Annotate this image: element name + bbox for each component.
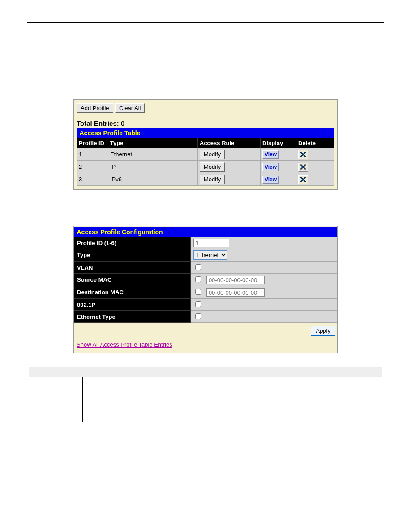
label-dst-mac: Destination MAC [74, 286, 191, 299]
config-title: Access Profile Configuration [74, 227, 337, 237]
table-title: Access Profile Table [77, 128, 334, 138]
param-cell [29, 386, 83, 422]
show-all-link[interactable]: Show All Access Profile Table Entries [77, 341, 172, 348]
modify-button[interactable]: Modify [200, 162, 225, 172]
vlan-checkbox[interactable] [195, 264, 201, 270]
delete-button[interactable] [298, 163, 308, 172]
cell-type: IPv6 [108, 173, 198, 186]
dst-mac-input[interactable] [206, 288, 265, 297]
label-vlan: VLAN [74, 262, 191, 274]
view-button[interactable]: View [262, 176, 279, 184]
modify-button[interactable]: Modify [200, 150, 225, 159]
parameter-table [29, 367, 382, 422]
col-display: Display [261, 138, 296, 148]
cell-type: Ethernet [108, 148, 198, 161]
access-profile-table: Access Profile Table Profile ID Type Acc… [77, 128, 334, 186]
table-row: 1 Ethernet Modify View [77, 148, 334, 161]
dst-mac-checkbox[interactable] [195, 289, 201, 295]
modify-button[interactable]: Modify [200, 175, 225, 184]
view-button[interactable]: View [262, 163, 279, 171]
add-profile-button[interactable]: Add Profile [77, 103, 113, 113]
type-select[interactable]: Ethernet [193, 250, 227, 260]
col-type: Type [108, 138, 198, 148]
cell-type: IP [108, 161, 198, 173]
label-profile-id: Profile ID (1-6) [74, 237, 191, 249]
access-profile-config-panel: Access Profile Configuration Profile ID … [73, 226, 338, 353]
document-page: Add Profile Clear All Total Entries: 0 A… [27, 22, 384, 422]
clear-all-button[interactable]: Clear All [115, 103, 145, 113]
access-profile-table-panel: Add Profile Clear All Total Entries: 0 A… [73, 99, 338, 190]
eth-type-checkbox[interactable] [195, 313, 201, 319]
src-mac-input[interactable] [206, 276, 265, 284]
src-mac-checkbox[interactable] [195, 276, 201, 282]
close-icon [300, 151, 306, 158]
col-profile-id: Profile ID [77, 138, 108, 148]
total-entries-label: Total Entries: 0 [77, 120, 334, 127]
label-eth-type: Ethernet Type [74, 311, 191, 323]
delete-button[interactable] [298, 150, 308, 159]
config-table: Access Profile Configuration Profile ID … [74, 227, 337, 323]
label-src-mac: Source MAC [74, 274, 191, 286]
profile-id-input[interactable] [193, 239, 229, 247]
table-row: 2 IP Modify View [77, 161, 334, 173]
label-type: Type [74, 249, 191, 262]
label-8021p: 802.1P [74, 299, 191, 311]
cell-id: 3 [77, 173, 108, 186]
cell-id: 2 [77, 161, 108, 173]
cell-id: 1 [77, 148, 108, 161]
close-icon [300, 164, 306, 170]
table-row: 3 IPv6 Modify View [77, 173, 334, 186]
delete-button[interactable] [298, 175, 308, 184]
view-button[interactable]: View [262, 150, 279, 159]
param-col1 [29, 377, 83, 386]
8021p-checkbox[interactable] [195, 301, 201, 307]
col-access-rule: Access Rule [198, 138, 261, 148]
apply-button[interactable]: Apply [311, 326, 335, 336]
param-header [29, 367, 382, 377]
param-cell [83, 386, 382, 422]
col-delete: Delete [296, 138, 334, 148]
apply-row: Apply [74, 323, 337, 339]
close-icon [300, 176, 306, 183]
button-row: Add Profile Clear All [77, 103, 334, 113]
param-col2 [83, 377, 382, 386]
